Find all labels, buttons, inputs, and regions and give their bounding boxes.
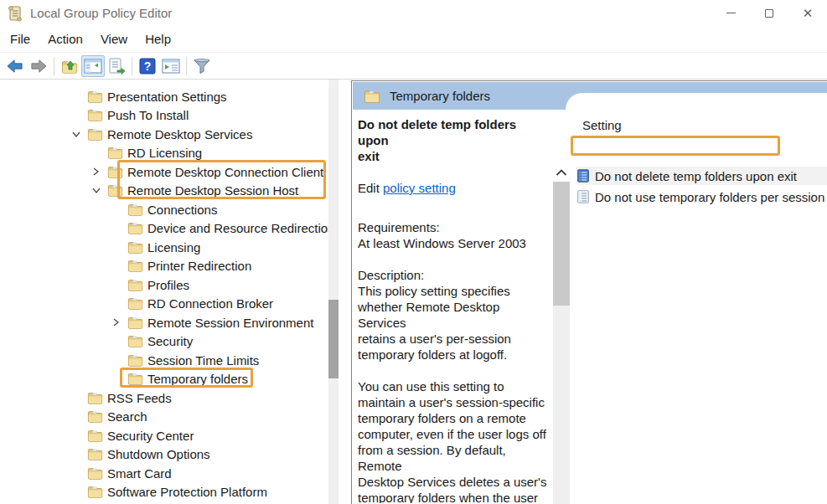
tree-item-security[interactable]: Security — [0, 332, 193, 350]
maximize-button[interactable] — [750, 0, 788, 26]
tree-scrollbar-thumb[interactable] — [328, 300, 339, 378]
tree-item-connections[interactable]: Connections — [0, 200, 217, 219]
folder-icon — [127, 260, 143, 272]
tree-item-software-protection-platform[interactable]: Software Protection Platform — [0, 482, 267, 501]
up-one-level-button[interactable] — [58, 55, 81, 77]
folder-icon — [127, 222, 143, 234]
tree-item-remote-desktop-session-host[interactable]: Remote Desktop Session Host — [0, 181, 298, 199]
tree-item-push-to-install[interactable]: Push To Install — [0, 105, 189, 124]
tree-item-partial[interactable] — [0, 501, 107, 504]
folder-icon — [127, 279, 143, 291]
minimize-button[interactable] — [711, 0, 750, 26]
menu-file[interactable]: File — [10, 32, 30, 46]
policy-setting-link[interactable]: policy setting — [383, 181, 456, 195]
filter-button[interactable] — [190, 55, 214, 77]
console-tree-pane: Presentation Settings Push To Install Re… — [0, 80, 328, 504]
folder-icon — [127, 316, 143, 329]
back-arrow-icon — [6, 59, 24, 74]
folder-up-icon — [60, 59, 79, 74]
tree-item-session-time-limits[interactable]: Session Time Limits — [0, 351, 259, 369]
folder-icon — [127, 373, 143, 385]
help-button[interactable]: ? — [136, 55, 159, 77]
folder-icon — [87, 392, 103, 404]
close-button[interactable]: ✕ — [788, 0, 827, 26]
tree-item-device-and-resource-redirection[interactable]: Device and Resource Redirection — [0, 219, 328, 237]
local-group-policy-editor-window: Local Group Policy Editor ✕ File Action … — [0, 0, 827, 504]
tree-item-rd-connection-broker[interactable]: RD Connection Broker — [0, 294, 273, 312]
chevron-right-icon[interactable] — [108, 317, 127, 327]
details-pane-title: Temporary folders — [390, 89, 490, 103]
folder-icon — [87, 128, 103, 141]
menu-help[interactable]: Help — [145, 32, 171, 46]
tree-item-printer-redirection[interactable]: Printer Redirection — [0, 256, 251, 275]
folder-icon — [87, 410, 103, 423]
tree-item-remote-desktop-connection-client[interactable]: Remote Desktop Connection Client — [0, 162, 323, 181]
help-icon: ? — [139, 58, 156, 75]
tree-item-remote-session-environment[interactable]: Remote Session Environment — [0, 313, 313, 332]
tree-pane-icon — [84, 59, 102, 74]
description-text: Description: This policy setting specifi… — [358, 267, 548, 363]
folder-icon — [87, 90, 103, 103]
toolbar: ? — [0, 53, 827, 80]
folder-icon — [87, 486, 103, 498]
chevron-down-icon[interactable] — [88, 186, 107, 194]
tree-item-smart-card[interactable]: Smart Card — [0, 464, 172, 482]
settings-list: Setting Do not delete temp folders upon … — [573, 110, 827, 503]
toolbar-separator — [132, 57, 132, 75]
folder-icon — [87, 429, 103, 442]
tree-item-search[interactable]: Search — [0, 407, 147, 425]
folder-icon — [107, 184, 123, 197]
show-console-tree-button[interactable] — [81, 55, 105, 77]
tree-item-temporary-folders[interactable]: Temporary folders — [0, 369, 248, 388]
description-scrollbar[interactable] — [551, 165, 571, 504]
tree-item-remote-desktop-services[interactable]: Remote Desktop Services — [0, 125, 252, 143]
policy-description-panel: Do not delete temp folders upon exit Edi… — [354, 110, 550, 503]
forward-button[interactable] — [27, 55, 50, 77]
toolbar-separator — [54, 57, 54, 75]
description-paragraph-2: You can use this setting to maintain a u… — [358, 378, 548, 503]
folder-icon — [127, 354, 143, 367]
setting-row-do-not-use-temporary-folders[interactable]: Do not use temporary folders per session — [576, 188, 827, 206]
folder-icon — [87, 448, 103, 460]
filter-icon — [193, 58, 211, 75]
requirements-text: Requirements: At least Windows Server 20… — [358, 219, 548, 251]
chevron-right-icon[interactable] — [88, 167, 107, 177]
tree-item-rd-licensing[interactable]: RD Licensing — [0, 143, 202, 162]
menu-view[interactable]: View — [101, 32, 127, 46]
folder-icon — [127, 203, 143, 216]
folder-icon — [364, 90, 380, 103]
window-title: Local Group Policy Editor — [30, 6, 172, 20]
export-list-icon — [107, 58, 126, 75]
selected-policy-title: Do not delete temp folders upon exit — [358, 116, 548, 164]
scrollbar-thumb[interactable] — [553, 182, 570, 306]
setting-column-header[interactable]: Setting — [582, 118, 622, 132]
folder-icon — [127, 335, 143, 347]
close-icon: ✕ — [803, 7, 814, 19]
tree-item-profiles[interactable]: Profiles — [0, 275, 189, 294]
edit-policy-line: Edit policy setting — [358, 180, 548, 196]
forward-arrow-icon — [29, 59, 48, 74]
show-extended-view-button[interactable] — [159, 55, 183, 77]
tree-item-shutdown-options[interactable]: Shutdown Options — [0, 445, 210, 463]
tree-item-security-center[interactable]: Security Center — [0, 426, 194, 445]
chevron-down-icon[interactable] — [68, 130, 87, 138]
tree-item-licensing[interactable]: Licensing — [0, 238, 200, 256]
svg-text:?: ? — [144, 59, 152, 73]
folder-icon — [107, 166, 123, 178]
menu-action[interactable]: Action — [48, 32, 83, 46]
extended-view-icon — [162, 59, 180, 74]
chevron-up-icon — [556, 169, 567, 177]
scroll-up-button[interactable] — [551, 165, 571, 180]
export-list-button[interactable] — [105, 55, 128, 77]
folder-icon — [127, 241, 143, 254]
folder-icon — [87, 467, 103, 480]
folder-icon — [87, 109, 103, 121]
gpedit-scroll-icon — [8, 5, 23, 22]
setting-row-do-not-delete-temp-folders[interactable]: Do not delete temp folders upon exit — [576, 167, 827, 185]
back-button[interactable] — [3, 55, 27, 77]
policy-icon — [576, 190, 590, 203]
tree-item-rss-feeds[interactable]: RSS Feeds — [0, 388, 172, 407]
policy-enabled-icon — [576, 169, 590, 183]
tree-scrollbar[interactable] — [328, 80, 339, 504]
tree-item-presentation-settings[interactable]: Presentation Settings — [0, 87, 227, 105]
